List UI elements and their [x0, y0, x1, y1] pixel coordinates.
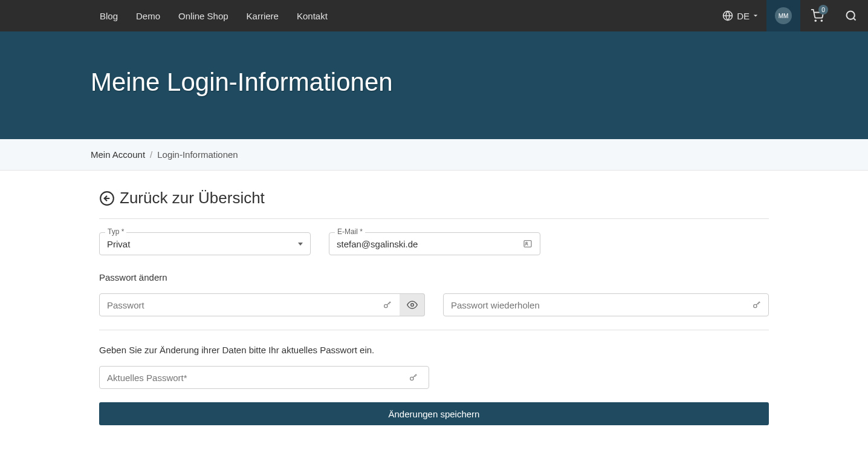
svg-line-18: [758, 303, 759, 304]
svg-line-17: [759, 302, 760, 302]
top-nav: Blog Demo Online Shop Karriere Kontakt D…: [0, 0, 868, 31]
svg-point-2: [815, 20, 816, 21]
save-changes-button[interactable]: Änderungen speichern: [99, 402, 769, 425]
svg-point-15: [754, 304, 757, 307]
svg-point-3: [821, 20, 822, 21]
nav-link-karriere[interactable]: Karriere: [238, 1, 288, 31]
svg-point-14: [410, 304, 413, 307]
eye-icon: [407, 299, 418, 310]
account-menu[interactable]: MM: [766, 0, 800, 31]
current-password-input[interactable]: [99, 366, 429, 389]
nav-link-kontakt[interactable]: Kontakt: [288, 1, 337, 31]
password-visibility-toggle[interactable]: [400, 293, 425, 316]
arrow-left-circle-icon: [99, 191, 115, 206]
svg-line-16: [756, 302, 759, 305]
type-field-group: Typ * Privat: [99, 232, 311, 255]
hero: Meine Login-Informationen: [0, 31, 868, 139]
password-section-label: Passwort ändern: [99, 272, 769, 282]
nav-links: Blog Demo Online Shop Karriere Kontakt: [91, 1, 337, 31]
search-icon: [845, 10, 857, 22]
breadcrumb: Mein Account / Login-Informationen: [91, 149, 777, 160]
type-select[interactable]: Privat: [107, 239, 294, 249]
svg-line-5: [853, 18, 856, 21]
cart-count-badge: 0: [818, 5, 828, 15]
avatar: MM: [775, 7, 792, 24]
password-repeat-field: [443, 293, 769, 316]
back-to-overview-link[interactable]: Zurück zur Übersicht: [99, 189, 769, 219]
nav-link-blog[interactable]: Blog: [91, 1, 127, 31]
current-password-row: [99, 366, 769, 389]
nav-right: DE MM 0: [714, 0, 868, 31]
back-link-label: Zurück zur Übersicht: [120, 189, 265, 207]
page-title: Meine Login-Informationen: [91, 68, 777, 97]
nav-link-shop[interactable]: Online Shop: [169, 1, 238, 31]
breadcrumb-parent[interactable]: Mein Account: [91, 149, 145, 160]
divider: [99, 330, 769, 330]
email-label: E-Mail *: [335, 227, 365, 236]
nav-link-demo[interactable]: Demo: [127, 1, 169, 31]
type-select-wrap[interactable]: Privat: [99, 232, 311, 255]
search-button[interactable]: [834, 0, 868, 31]
svg-point-4: [847, 11, 855, 19]
svg-point-9: [526, 242, 528, 244]
type-label: Typ *: [105, 227, 126, 236]
language-label: DE: [737, 11, 750, 21]
password-repeat-input[interactable]: [443, 293, 769, 316]
current-password-field: [99, 366, 426, 389]
language-selector[interactable]: DE: [714, 0, 766, 31]
form-row-type-email: Typ * Privat E-Mail *: [99, 232, 769, 255]
breadcrumb-separator: /: [150, 149, 152, 160]
main-content: Zurück zur Übersicht Typ * Privat E-Mail…: [0, 171, 868, 449]
current-password-instruction: Geben Sie zur Änderung ihrer Daten bitte…: [99, 345, 769, 355]
password-field: [99, 293, 425, 316]
email-field-group: E-Mail *: [329, 232, 540, 255]
cart-button[interactable]: 0: [800, 0, 834, 31]
svg-rect-8: [524, 241, 531, 247]
globe-icon: [722, 10, 733, 21]
contact-card-icon: [523, 239, 533, 249]
email-input[interactable]: [337, 239, 523, 249]
breadcrumb-current: Login-Informationen: [157, 149, 238, 160]
breadcrumb-bar: Mein Account / Login-Informationen: [0, 139, 868, 171]
password-row: [99, 293, 769, 316]
password-input[interactable]: [99, 293, 403, 316]
key-icon: [752, 300, 762, 310]
caret-down-icon: [753, 13, 758, 18]
